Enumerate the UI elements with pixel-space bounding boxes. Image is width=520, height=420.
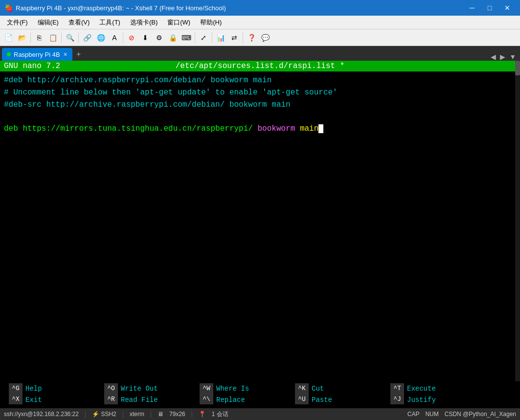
tab-status-dot [7, 52, 11, 56]
label-justify: Justify [407, 395, 436, 405]
shortcut-labels-help-exit: Help Exit [25, 383, 42, 405]
nano-filename: /etc/apt/sources.list.d/raspi.list * [132, 62, 388, 70]
toolbar-font[interactable]: A [108, 31, 121, 44]
menu-window[interactable]: 窗口(W) [162, 16, 195, 29]
terminal-line-4 [4, 111, 516, 123]
toolbar-help[interactable]: ❓ [245, 31, 258, 44]
status-sep3: | [150, 411, 152, 418]
status-sessions: 1 会话 [212, 410, 228, 419]
toolbar-config[interactable]: 📊 [214, 31, 227, 44]
toolbar-globe[interactable]: 🌐 [94, 31, 107, 44]
toolbar-sep2 [61, 32, 62, 43]
toolbar-expand[interactable]: ⤢ [197, 31, 210, 44]
app-icon: 🍓 [4, 3, 13, 12]
key-ctrl-backslash: ^\ [200, 394, 213, 405]
shortcut-labels-writeout-readfile: Write Out Read File [121, 383, 158, 405]
terminal-line-2: # Uncomment line below then 'apt-get upd… [4, 87, 516, 99]
key-ctrl-x: ^X [9, 394, 23, 405]
label-help: Help [25, 383, 42, 394]
key-ctrl-w: ^W [200, 383, 213, 394]
toolbar-paste[interactable]: 📋 [46, 31, 59, 44]
line5-bookworm: bookworm [257, 124, 299, 133]
label-replace: Replace [216, 395, 249, 405]
label-paste: Paste [312, 395, 332, 405]
toolbar-sep5 [195, 32, 195, 43]
tab-navigation: ◀ ▶ ▼ [489, 53, 518, 61]
toolbar-more[interactable]: 💬 [259, 31, 271, 44]
label-execute: Execute [407, 383, 436, 394]
menu-tools[interactable]: 工具(T) [94, 16, 125, 29]
titlebar: 🍓 Raspberry Pi 4B - yxn@raspberryp4B: ~ … [0, 0, 520, 16]
label-whereis: Where Is [216, 383, 249, 394]
tabbar: Raspberry Pi 4B ✕ + ◀ ▶ ▼ [0, 46, 520, 61]
status-ssh-icon: ⚡ [92, 411, 99, 418]
toolbar-sep1 [30, 32, 31, 43]
toolbar-new[interactable]: 📄 [2, 31, 15, 44]
toolbar-sep7 [243, 32, 243, 43]
toolbar-lock[interactable]: 🔒 [166, 31, 179, 44]
toolbar-settings[interactable]: ⚙ [153, 31, 165, 44]
shortcut-labels-whereis-replace: Where Is Replace [216, 383, 249, 405]
toolbar-sep4 [123, 32, 123, 43]
shortcut-writeout-readfile: ^O ^R Write Out Read File [104, 383, 200, 405]
add-tab-button[interactable]: + [72, 48, 85, 61]
nano-shortcuts: ^G ^X Help Exit ^O ^R Write Out Read Fil… [0, 381, 520, 408]
shortcut-keys-g-x: ^G ^X [9, 383, 23, 404]
line5-url: https://mirrors.tuna.tsinghua.edu.cn/ras… [23, 124, 257, 133]
toolbar-connect[interactable]: 🔗 [81, 31, 93, 44]
terminal-line-5: deb https://mirrors.tuna.tsinghua.edu.cn… [4, 123, 516, 135]
line2-text: # Uncomment line below then 'apt-get upd… [4, 88, 338, 97]
label-readfile: Read File [121, 395, 158, 405]
toolbar-sep3 [78, 32, 79, 43]
shortcut-keys-o-r: ^O ^R [104, 383, 118, 404]
key-ctrl-t: ^T [390, 383, 404, 394]
tab-nav-menu[interactable]: ▼ [507, 53, 518, 61]
terminal-line-3: #deb-src http://archive.raspberrypi.com/… [4, 99, 516, 111]
shortcut-keys-k-u: ^K ^U [295, 383, 309, 404]
minimize-button[interactable]: ─ [463, 0, 481, 16]
label-writeout: Write Out [121, 383, 158, 394]
status-protocol-label: SSH2 [101, 411, 116, 418]
menu-file[interactable]: 文件(F) [2, 16, 33, 29]
scrollbar-thumb[interactable] [515, 61, 520, 75]
tab-nav-left[interactable]: ◀ [489, 53, 498, 61]
menu-edit[interactable]: 编辑(E) [33, 16, 64, 29]
line5-deb: deb [4, 124, 23, 133]
toolbar-find[interactable]: 🔍 [64, 31, 76, 44]
toolbar-open[interactable]: 📂 [16, 31, 28, 44]
restore-button[interactable]: □ [481, 0, 498, 16]
tab-nav-right[interactable]: ▶ [498, 53, 507, 61]
toolbar: 📄 📂 ⎘ 📋 🔍 🔗 🌐 A ⊘ ⬇ ⚙ 🔒 ⌨ ⤢ 📊 ⇄ ❓ 💬 [0, 29, 520, 46]
nano-version: GNU nano 7.2 [4, 62, 132, 70]
scrollbar-track[interactable] [515, 61, 520, 381]
label-exit: Exit [25, 395, 42, 405]
toolbar-download[interactable]: ⬇ [139, 31, 152, 44]
terminal-main[interactable]: GNU nano 7.2 /etc/apt/sources.list.d/ras… [0, 61, 520, 381]
menubar: 文件(F) 编辑(E) 查看(V) 工具(T) 选项卡(B) 窗口(W) 帮助(… [0, 16, 520, 29]
close-button[interactable]: ✕ [498, 0, 516, 16]
shortcut-cut-paste: ^K ^U Cut Paste [295, 383, 390, 405]
toolbar-transfer[interactable]: ⇄ [228, 31, 241, 44]
menu-help[interactable]: 帮助(H) [195, 16, 226, 29]
cursor [318, 124, 323, 133]
toolbar-kbd[interactable]: ⌨ [180, 31, 193, 44]
menu-tabs[interactable]: 选项卡(B) [125, 16, 162, 29]
status-terminal: xterm [130, 411, 144, 418]
key-ctrl-u: ^U [295, 394, 309, 405]
tab-close-button[interactable]: ✕ [63, 51, 68, 58]
shortcut-keys-w-backslash: ^W ^\ [200, 383, 213, 404]
status-sep4: | [191, 411, 193, 418]
label-cut: Cut [312, 383, 332, 394]
shortcut-labels-execute-justify: Execute Justify [407, 383, 436, 405]
nano-header: GNU nano 7.2 /etc/apt/sources.list.d/ras… [0, 61, 520, 71]
line5-main: main [300, 124, 318, 133]
toolbar-stop[interactable]: ⊘ [125, 31, 138, 44]
active-tab[interactable]: Raspberry Pi 4B ✕ [2, 48, 72, 61]
status-right: CAP NUM CSDN @Python_AI_Xagen [407, 411, 516, 418]
toolbar-copy[interactable]: ⎘ [33, 31, 45, 44]
key-ctrl-j: ^J [390, 394, 404, 405]
menu-view[interactable]: 查看(V) [64, 16, 94, 29]
status-num: NUM [425, 411, 438, 418]
terminal-content[interactable]: #deb http://archive.raspberrypi.com/debi… [0, 71, 520, 377]
line1-text: #deb http://archive.raspberrypi.com/debi… [4, 76, 271, 85]
